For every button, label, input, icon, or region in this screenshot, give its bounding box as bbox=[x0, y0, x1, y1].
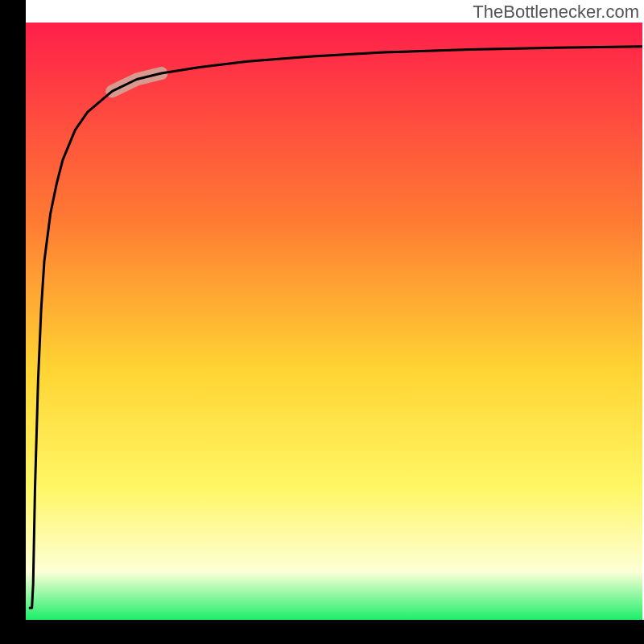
plot-background bbox=[26, 23, 642, 620]
chart-container: TheBottlenecker.com bbox=[0, 0, 644, 644]
axis-bottom bbox=[0, 620, 644, 644]
axis-left bbox=[0, 0, 26, 644]
bottleneck-chart bbox=[0, 0, 644, 644]
watermark: TheBottlenecker.com bbox=[473, 2, 639, 23]
